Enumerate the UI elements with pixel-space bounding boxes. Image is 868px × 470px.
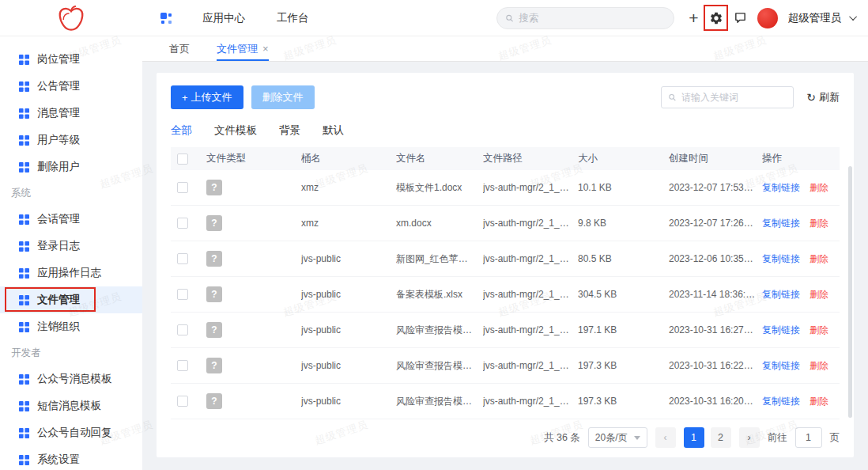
- sidebar-item[interactable]: 公众号自动回复: [0, 419, 142, 446]
- sidebar-item[interactable]: 消息管理: [0, 100, 142, 127]
- time-cell: 2023-11-14 18:36:58: [669, 289, 762, 300]
- sidebar-item[interactable]: 公众号消息模板: [0, 366, 142, 392]
- message-button[interactable]: [734, 11, 747, 25]
- copy-link-button[interactable]: 复制链接: [762, 217, 800, 230]
- file-type-icon: ?: [206, 180, 222, 195]
- apps-grid-icon[interactable]: [160, 12, 172, 25]
- keyword-search[interactable]: [661, 86, 794, 108]
- tab-file-management[interactable]: 文件管理 ×: [217, 36, 269, 61]
- menu-grid-icon: [19, 162, 29, 172]
- global-search[interactable]: [496, 7, 674, 29]
- topbar: 应用中心 工作台 + 超级管理员: [0, 0, 868, 36]
- sidebar-item[interactable]: 登录日志: [0, 233, 142, 260]
- sidebar-item[interactable]: 注销组织: [0, 313, 142, 340]
- sidebar-item-label: 删除用户: [37, 160, 80, 174]
- sidebar-item[interactable]: 公告管理: [0, 73, 142, 100]
- keyword-input[interactable]: [681, 92, 787, 103]
- sidebar-item[interactable]: 删除用户: [0, 154, 142, 180]
- table-header: 文件类型 桶名 文件名 文件路径 大小 创建时间 操作: [171, 147, 840, 170]
- copy-link-button[interactable]: 复制链接: [762, 324, 800, 337]
- plus-icon: +: [182, 92, 188, 104]
- size-cell: 10.1 KB: [578, 182, 669, 193]
- filter-tab[interactable]: 全部: [171, 123, 192, 138]
- sidebar-item-label: 公众号消息模板: [37, 372, 112, 386]
- table-row: ?jvs-public风险审查报告模板test...jvs-auth-mgr/2…: [171, 313, 840, 348]
- bucket-cell: xmz: [301, 182, 396, 193]
- goto-label: 前往: [768, 431, 787, 445]
- chevron-down-icon[interactable]: [849, 13, 857, 21]
- refresh-label: 刷新: [819, 90, 840, 104]
- select-all-checkbox[interactable]: [177, 154, 188, 165]
- filter-tab[interactable]: 文件模板: [214, 123, 257, 138]
- file-type-icon: ?: [206, 251, 222, 267]
- refresh-button[interactable]: ↻ 刷新: [806, 90, 840, 104]
- top-navigation: 应用中心 工作台: [202, 11, 309, 25]
- sidebar-group-title: 系统: [0, 180, 142, 206]
- vertical-scrollbar[interactable]: [848, 166, 852, 418]
- row-delete-button[interactable]: 删除: [810, 288, 828, 301]
- row-checkbox[interactable]: [177, 396, 188, 407]
- sidebar-item[interactable]: 文件管理: [0, 286, 142, 313]
- avatar[interactable]: [757, 8, 778, 28]
- row-delete-button[interactable]: 删除: [810, 252, 828, 266]
- goto-page-input[interactable]: [795, 427, 822, 448]
- row-checkbox[interactable]: [177, 360, 188, 371]
- row-delete-button[interactable]: 删除: [810, 359, 828, 373]
- copy-link-button[interactable]: 复制链接: [762, 181, 800, 195]
- page-size-select[interactable]: 20条/页: [588, 427, 647, 448]
- row-delete-button[interactable]: 删除: [810, 217, 828, 230]
- global-search-input[interactable]: [519, 13, 666, 24]
- row-delete-button[interactable]: 删除: [810, 395, 828, 408]
- pager-pages: 12: [684, 427, 731, 448]
- row-checkbox[interactable]: [177, 289, 188, 300]
- tab-close-icon[interactable]: ×: [262, 43, 269, 55]
- copy-link-button[interactable]: 复制链接: [762, 395, 800, 408]
- sidebar-item[interactable]: 用户等级: [0, 127, 142, 154]
- tab-home-label: 首页: [169, 42, 190, 56]
- sidebar-item-label: 公众号自动回复: [37, 426, 112, 440]
- row-checkbox[interactable]: [177, 182, 188, 193]
- nav-workbench[interactable]: 工作台: [277, 11, 309, 25]
- filter-tab[interactable]: 背景: [279, 123, 300, 138]
- sidebar-item[interactable]: 应用操作日志: [0, 260, 142, 286]
- copy-link-button[interactable]: 复制链接: [762, 288, 800, 301]
- next-page-button[interactable]: ›: [739, 427, 760, 448]
- filter-tab[interactable]: 默认: [323, 123, 344, 138]
- row-checkbox[interactable]: [177, 324, 188, 335]
- copy-link-button[interactable]: 复制链接: [762, 252, 800, 266]
- prev-page-button[interactable]: ‹: [655, 427, 676, 448]
- page-button[interactable]: 1: [684, 427, 704, 448]
- add-icon[interactable]: +: [689, 9, 698, 26]
- table-row: ?jvs-public风险审查报告模板test...jvs-auth-mgr/2…: [171, 384, 840, 419]
- user-name[interactable]: 超级管理员: [788, 11, 842, 25]
- sidebar-item-label: 消息管理: [37, 106, 80, 120]
- bucket-cell: jvs-public: [301, 324, 396, 335]
- goto-suffix: 页: [830, 431, 840, 445]
- sidebar-item-label: 注销组织: [37, 320, 80, 334]
- col-bucket: 桶名: [301, 152, 396, 165]
- upload-file-button[interactable]: + 上传文件: [171, 85, 243, 109]
- time-cell: 2023-12-07 17:53:19: [669, 182, 762, 193]
- nav-app-center[interactable]: 应用中心: [202, 11, 245, 25]
- row-delete-button[interactable]: 删除: [810, 181, 828, 195]
- row-checkbox[interactable]: [177, 218, 188, 229]
- filepath-cell: jvs-auth-mgr/2_1_8/1/j...: [483, 218, 578, 229]
- sidebar-item[interactable]: 岗位管理: [0, 46, 142, 73]
- tab-home[interactable]: 首页: [169, 36, 190, 61]
- settings-gear-button[interactable]: [709, 11, 723, 25]
- menu-grid-icon: [19, 374, 29, 385]
- pagination: 共 36 条 20条/页 ‹ 12 › 前往 页: [171, 419, 840, 448]
- app-logo[interactable]: [0, 4, 142, 32]
- row-delete-button[interactable]: 删除: [810, 324, 828, 337]
- content-area: + 上传文件 删除文件 ↻ 刷新: [142, 62, 868, 470]
- sidebar-item[interactable]: 短信消息模板: [0, 392, 142, 419]
- sidebar-item[interactable]: 系统设置: [0, 446, 142, 470]
- sidebar-item-label: 应用操作日志: [37, 266, 101, 280]
- comment-icon: [734, 11, 747, 25]
- copy-link-button[interactable]: 复制链接: [762, 359, 800, 373]
- delete-file-button[interactable]: 删除文件: [251, 85, 315, 109]
- page-button[interactable]: 2: [711, 427, 731, 448]
- sidebar-item[interactable]: 会话管理: [0, 206, 142, 233]
- main-area: 首页 文件管理 × + 上传文件 删除文件: [142, 36, 868, 470]
- row-checkbox[interactable]: [177, 253, 188, 264]
